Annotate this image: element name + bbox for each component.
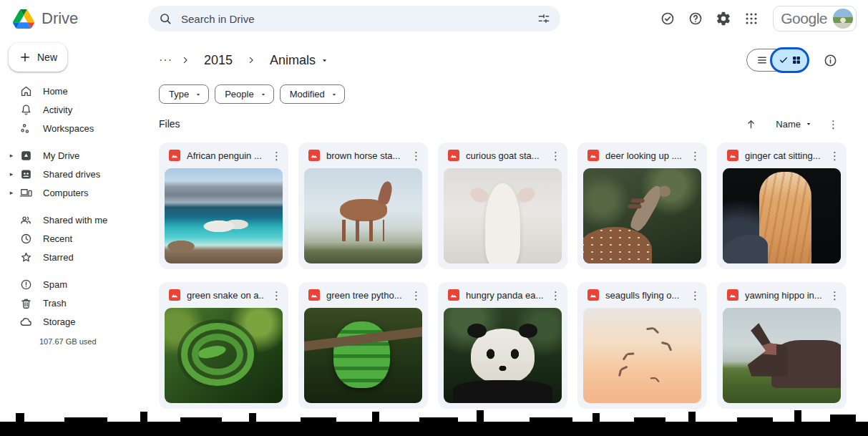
filter-chip-people[interactable]: People [215,84,273,104]
image-file-icon [169,150,180,161]
sidebar-item-storage[interactable]: Storage [0,312,146,331]
file-card[interactable]: African penguin ...⋮ [159,142,288,269]
file-more-options-icon[interactable]: ⋮ [411,290,421,301]
breadcrumb-current-folder[interactable]: Animals [264,52,334,69]
sidebar-item-activity[interactable]: Activity [0,100,146,119]
filter-chip-modified[interactable]: Modified [280,84,345,104]
file-name: ginger cat sitting... [745,150,823,161]
sidebar-item-workspaces[interactable]: Workspaces [0,119,146,137]
settings-gear-icon[interactable] [714,9,733,28]
sidebar-item-label: My Drive [43,150,79,161]
sidebar-item-recent[interactable]: Recent [0,229,146,248]
file-thumbnail [583,168,701,263]
sidebar-item-shared-with-me[interactable]: Shared with me [0,210,146,229]
sidebar-item-label: Workspaces [43,123,94,134]
search-bar[interactable] [148,6,560,32]
offline-status-icon[interactable] [658,9,677,28]
file-more-options-icon[interactable]: ⋮ [690,150,701,161]
home-icon [19,84,33,98]
file-card[interactable]: curious goat sta...⋮ [438,142,567,269]
expand-arrow-icon[interactable]: ▸ [7,189,16,196]
file-card-header: ginger cat sitting...⋮ [717,142,847,168]
dropdown-caret-icon [331,91,338,98]
sidebar-item-computers[interactable]: ▸Computers [0,183,146,202]
file-card-header: curious goat sta...⋮ [438,142,567,168]
workspaces-icon [19,121,33,135]
info-icon[interactable] [821,51,839,69]
file-card[interactable]: green snake on a...⋮ [159,282,288,409]
image-file-icon [587,150,599,161]
sidebar-nav: HomeActivityWorkspaces▸My Drive▸Shared d… [0,82,146,331]
file-more-options-icon[interactable]: ⋮ [550,290,561,301]
google-logo: Google [781,10,827,27]
user-avatar[interactable] [833,9,853,29]
file-card-header: seagulls flying o...⋮ [577,282,707,308]
file-card-header: hungry panda ea...⋮ [438,282,567,308]
file-card[interactable]: yawning hippo in...⋮ [717,282,847,409]
file-more-options-icon[interactable]: ⋮ [550,150,561,161]
breadcrumb-more-button[interactable]: ··· [159,54,172,67]
file-name: brown horse sta... [326,150,404,161]
file-more-options-icon[interactable]: ⋮ [829,150,840,161]
filter-chip-label: Modified [290,89,325,100]
bird-shape [617,364,628,377]
computers-icon [19,185,33,200]
sidebar-item-starred[interactable]: Starred [0,248,146,266]
storage-used-label: 107.67 GB used [0,337,146,346]
google-account-chip[interactable]: Google [773,6,857,32]
search-filters-icon[interactable] [535,9,553,28]
file-thumbnail [723,168,841,263]
new-button-label: New [37,52,57,63]
file-thumbnail [304,168,422,263]
filter-chip-type[interactable]: Type [159,84,209,104]
file-card[interactable]: seagulls flying o...⋮ [577,282,707,409]
sort-by-button[interactable]: Name [776,119,812,130]
file-thumbnail [444,308,562,403]
dropdown-caret-icon [321,57,328,64]
file-name: seagulls flying o... [605,290,683,301]
storage-icon [19,314,33,329]
expand-arrow-icon[interactable]: ▸ [7,170,16,178]
expand-arrow-icon[interactable]: ▸ [7,152,16,159]
current-folder-label: Animals [270,53,316,68]
file-card[interactable]: deer looking up ....⋮ [577,142,707,269]
sidebar-item-label: Computers [43,188,89,198]
sort-direction-arrow-up-icon[interactable] [741,115,760,133]
file-more-options-icon[interactable]: ⋮ [829,290,840,301]
file-card[interactable]: ginger cat sitting...⋮ [717,142,847,269]
filter-chip-label: People [225,89,253,100]
sidebar-item-home[interactable]: Home [0,82,146,100]
view-toggle [746,49,808,72]
files-section-title: Files [159,118,180,130]
sidebar-item-label: Starred [43,252,74,263]
drive-brand[interactable]: Drive [0,9,146,29]
file-more-options-icon[interactable]: ⋮ [271,150,282,161]
new-button[interactable]: New [9,43,67,72]
grid-view-button-selected[interactable] [770,47,809,73]
sidebar-item-spam[interactable]: Spam [0,275,146,294]
image-file-icon [308,289,320,301]
apps-grid-icon[interactable] [742,9,761,28]
file-more-options-icon[interactable]: ⋮ [411,150,421,161]
help-icon[interactable] [686,9,705,28]
activity-icon [19,102,33,117]
file-more-options-icon[interactable]: ⋮ [690,290,701,301]
sidebar-item-label: Spam [43,279,67,290]
search-icon [158,11,172,26]
search-input[interactable] [181,13,526,25]
breadcrumb-item-2015[interactable]: 2015 [198,52,238,69]
grid-view-icon [791,55,801,65]
more-options-icon[interactable]: ⋮ [828,119,839,130]
file-card[interactable]: brown horse sta...⋮ [298,142,428,269]
file-card[interactable]: hungry panda ea...⋮ [438,282,567,409]
file-card[interactable]: green tree pytho...⋮ [298,282,428,409]
sidebar-section: Shared with meRecentStarred [0,210,146,266]
file-card-header: brown horse sta...⋮ [298,142,428,168]
sidebar-item-trash[interactable]: Trash [0,294,146,312]
sidebar-item-my-drive[interactable]: ▸My Drive [0,146,146,165]
sidebar-item-shared-drives[interactable]: ▸Shared drives [0,165,146,183]
dropdown-caret-icon [805,120,812,127]
file-more-options-icon[interactable]: ⋮ [271,290,282,301]
files-header: Files Name ⋮ [159,117,868,131]
topbar-actions: Google [658,6,868,32]
